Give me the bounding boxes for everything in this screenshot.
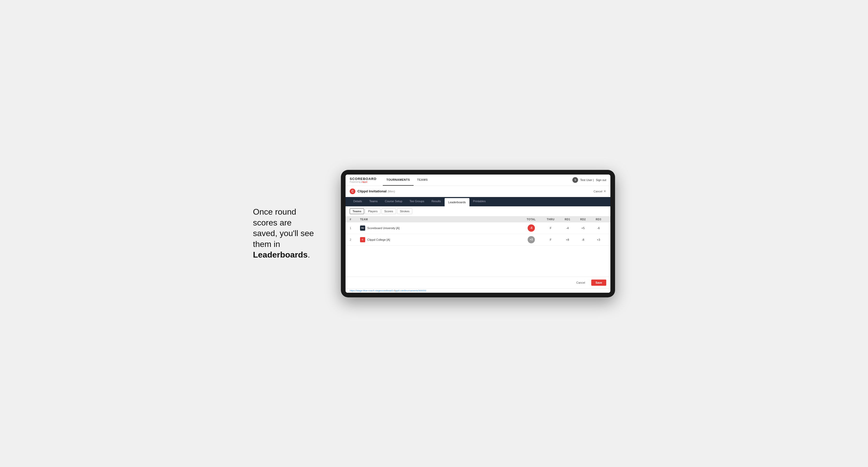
thru-val: F	[541, 238, 560, 241]
rd2-val: -8	[575, 238, 591, 241]
tabs-bar: Details Teams Course Setup Tee Groups Re…	[345, 197, 610, 206]
left-description: Once round scores are saved, you'll see …	[253, 207, 326, 260]
leaderboard-table: # TEAM TOTAL THRU RD1 RD2 RD3 1 SU Score…	[345, 216, 610, 246]
total-cell: -5	[521, 224, 541, 232]
tab-course-setup[interactable]: Course Setup	[381, 197, 406, 206]
table-row: 1 SU Scoreboard University [A] -5 F -4 +…	[345, 222, 610, 234]
url-bar: https://stage-blue-coach.stagescoreboard…	[345, 288, 610, 293]
rd1-val: +8	[560, 238, 575, 241]
tablet-screen: SCOREBOARD Powered by clippd TOURNAMENTS…	[345, 175, 610, 293]
row-rank: 2	[350, 238, 360, 241]
tab-tee-groups[interactable]: Tee Groups	[406, 197, 428, 206]
tablet-frame: SCOREBOARD Powered by clippd TOURNAMENTS…	[341, 170, 615, 298]
logo-area: SCOREBOARD Powered by clippd	[350, 177, 377, 183]
bottom-bar: Cancel Save	[345, 277, 610, 288]
user-name: Test User |	[580, 179, 594, 182]
sub-header: C Clippd Invitational (Men) Cancel ✕	[345, 186, 610, 197]
sign-out-link[interactable]: Sign out	[596, 179, 606, 182]
team-logo: C	[360, 237, 365, 242]
team-cell: C Clippd College [A]	[360, 237, 521, 242]
app-logo: SCOREBOARD	[350, 177, 377, 181]
total-cell: +3	[521, 236, 541, 243]
sub-tab-teams[interactable]: Teams	[350, 209, 364, 214]
nav-links: TOURNAMENTS TEAMS	[383, 175, 572, 186]
team-cell: SU Scoreboard University [A]	[360, 225, 521, 231]
nav-teams[interactable]: TEAMS	[413, 175, 431, 186]
team-logo: SU	[360, 225, 365, 231]
thru-val: F	[541, 226, 560, 229]
table-header: # TEAM TOTAL THRU RD1 RD2 RD3	[345, 216, 610, 222]
table-row: 2 C Clippd College [A] +3 F +8 -8 +3	[345, 234, 610, 246]
tab-teams[interactable]: Teams	[366, 197, 381, 206]
rd1-val: -4	[560, 226, 575, 229]
content-area	[345, 246, 610, 277]
tournament-name: Clippd Invitational	[358, 189, 387, 193]
team-name: Scoreboard University [A]	[367, 226, 400, 229]
team-name: Clippd College [A]	[367, 238, 390, 241]
tournament-type: (Men)	[388, 190, 395, 193]
powered-by: Powered by clippd	[350, 181, 377, 183]
rd3-val: +3	[591, 238, 606, 241]
nav-tournaments[interactable]: TOURNAMENTS	[383, 175, 413, 186]
tab-printables[interactable]: Printables	[469, 197, 489, 206]
rd2-val: +5	[575, 226, 591, 229]
nav-right: S Test User | Sign out	[572, 177, 606, 183]
sub-tab-strokes[interactable]: Strokes	[397, 209, 412, 214]
sub-tab-players[interactable]: Players	[365, 209, 380, 214]
top-nav: SCOREBOARD Powered by clippd TOURNAMENTS…	[345, 175, 610, 186]
score-badge: +3	[528, 236, 535, 243]
rd3-val: -6	[591, 226, 606, 229]
score-badge: -5	[528, 224, 535, 232]
tab-leaderboards[interactable]: Leaderboards	[444, 198, 469, 206]
sub-tab-scores[interactable]: Scores	[381, 209, 396, 214]
tournament-icon: C	[350, 188, 355, 194]
save-button[interactable]: Save	[591, 280, 606, 286]
tab-results[interactable]: Results	[428, 197, 444, 206]
cancel-button[interactable]: Cancel	[572, 280, 589, 286]
row-rank: 1	[350, 226, 360, 229]
tab-details[interactable]: Details	[350, 197, 366, 206]
user-avatar: S	[572, 177, 578, 183]
cancel-x-icon: ✕	[603, 189, 606, 193]
sub-tabs: Teams Players Scores Strokes	[345, 206, 610, 216]
header-cancel-button[interactable]: Cancel ✕	[594, 189, 606, 193]
